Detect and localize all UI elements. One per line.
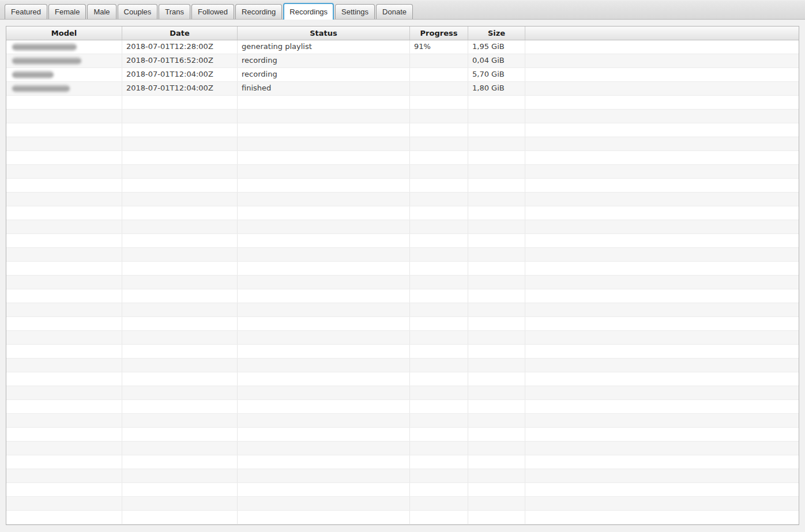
empty-cell bbox=[525, 137, 799, 150]
empty-table-row[interactable] bbox=[6, 386, 799, 400]
column-header-model[interactable]: Model bbox=[6, 27, 122, 40]
table-row[interactable]: 2018-07-01T12:04:00Zrecording5,70 GiB bbox=[6, 68, 799, 82]
empty-table-row[interactable] bbox=[6, 137, 799, 151]
empty-table-row[interactable] bbox=[6, 193, 799, 206]
empty-cell bbox=[410, 372, 468, 386]
tab-donate[interactable]: Donate bbox=[376, 4, 413, 19]
empty-cell bbox=[468, 248, 525, 261]
cell-date: 2018-07-01T12:28:00Z bbox=[122, 40, 238, 54]
column-header-size[interactable]: Size bbox=[468, 27, 525, 40]
redacted-model-name bbox=[12, 43, 77, 51]
empty-table-row[interactable] bbox=[6, 151, 799, 165]
empty-cell bbox=[6, 110, 122, 123]
empty-cell bbox=[410, 276, 468, 289]
empty-table-row[interactable] bbox=[6, 220, 799, 234]
empty-table-row[interactable] bbox=[6, 400, 799, 414]
tab-featured[interactable]: Featured bbox=[5, 4, 47, 19]
empty-table-row[interactable] bbox=[6, 372, 799, 386]
redacted-model-name bbox=[12, 71, 54, 78]
empty-cell bbox=[122, 359, 238, 372]
column-header-date[interactable]: Date bbox=[122, 27, 238, 40]
empty-cell bbox=[410, 110, 468, 123]
table-row[interactable]: 2018-07-01T12:28:00Zgenerating playlist9… bbox=[6, 40, 799, 54]
empty-table-row[interactable] bbox=[6, 511, 799, 525]
empty-cell bbox=[122, 220, 238, 233]
empty-table-row[interactable] bbox=[6, 262, 799, 276]
empty-cell bbox=[525, 511, 799, 524]
empty-table-row[interactable] bbox=[6, 345, 799, 359]
empty-cell bbox=[238, 96, 410, 109]
column-header-label: Date bbox=[170, 29, 190, 37]
empty-table-row[interactable] bbox=[6, 483, 799, 497]
empty-cell bbox=[410, 206, 468, 220]
table-row[interactable]: 2018-07-01T16:52:00Zrecording0,04 GiB bbox=[6, 54, 799, 68]
empty-cell bbox=[410, 414, 468, 427]
empty-cell bbox=[468, 414, 525, 427]
empty-table-row[interactable] bbox=[6, 317, 799, 331]
empty-cell bbox=[238, 234, 410, 247]
empty-table-row[interactable] bbox=[6, 428, 799, 442]
tab-label: Recordings bbox=[289, 7, 328, 16]
tab-female[interactable]: Female bbox=[48, 4, 86, 19]
empty-table-row[interactable] bbox=[6, 248, 799, 262]
tab-couples[interactable]: Couples bbox=[118, 4, 158, 19]
empty-table-row[interactable] bbox=[6, 96, 799, 110]
empty-cell bbox=[238, 469, 410, 482]
empty-cell bbox=[122, 137, 238, 150]
empty-table-row[interactable] bbox=[6, 455, 799, 469]
tab-bar: FeaturedFemaleMaleCouplesTransFollowedRe… bbox=[0, 0, 805, 20]
column-header-label: Model bbox=[51, 29, 77, 37]
empty-table-row[interactable] bbox=[6, 179, 799, 193]
empty-cell bbox=[525, 428, 799, 441]
table-header-row: ModelDateStatusProgressSize bbox=[6, 27, 799, 40]
empty-table-row[interactable] bbox=[6, 234, 799, 248]
empty-table-row[interactable] bbox=[6, 469, 799, 483]
column-header-status[interactable]: Status bbox=[238, 27, 410, 40]
tab-settings[interactable]: Settings bbox=[335, 4, 375, 19]
empty-cell bbox=[6, 414, 122, 427]
empty-cell bbox=[525, 359, 799, 372]
empty-table-row[interactable] bbox=[6, 331, 799, 345]
empty-cell bbox=[6, 331, 122, 344]
empty-cell bbox=[238, 345, 410, 358]
empty-cell bbox=[410, 262, 468, 275]
empty-cell bbox=[468, 331, 525, 344]
empty-cell bbox=[525, 248, 799, 261]
empty-table-row[interactable] bbox=[6, 165, 799, 179]
empty-cell bbox=[468, 345, 525, 358]
empty-table-row[interactable] bbox=[6, 110, 799, 123]
empty-cell bbox=[238, 483, 410, 496]
tab-followed[interactable]: Followed bbox=[191, 4, 234, 19]
tab-label: Settings bbox=[341, 7, 368, 16]
tab-male[interactable]: Male bbox=[87, 4, 116, 19]
empty-table-row[interactable] bbox=[6, 123, 799, 137]
empty-table-row[interactable] bbox=[6, 276, 799, 289]
tab-recordings[interactable]: Recordings bbox=[283, 3, 334, 20]
empty-table-row[interactable] bbox=[6, 497, 799, 511]
empty-table-row[interactable] bbox=[6, 442, 799, 455]
empty-cell bbox=[525, 220, 799, 233]
empty-table-row[interactable] bbox=[6, 289, 799, 303]
column-header-progress[interactable]: Progress bbox=[410, 27, 468, 40]
tab-trans[interactable]: Trans bbox=[159, 4, 190, 19]
empty-cell bbox=[122, 151, 238, 164]
empty-cell bbox=[468, 372, 525, 386]
cell-size: 1,95 GiB bbox=[468, 40, 525, 54]
table-row[interactable]: 2018-07-01T12:04:00Zfinished1,80 GiB bbox=[6, 82, 799, 96]
tab-recording[interactable]: Recording bbox=[235, 4, 282, 19]
empty-cell bbox=[410, 303, 468, 316]
empty-table-row[interactable] bbox=[6, 414, 799, 428]
empty-table-row[interactable] bbox=[6, 359, 799, 372]
empty-cell bbox=[6, 179, 122, 192]
empty-table-row[interactable] bbox=[6, 206, 799, 220]
column-header-filler bbox=[525, 27, 799, 40]
empty-cell bbox=[122, 483, 238, 496]
empty-cell bbox=[525, 151, 799, 164]
empty-table-row[interactable] bbox=[6, 303, 799, 317]
empty-cell bbox=[6, 455, 122, 469]
empty-cell bbox=[122, 469, 238, 482]
empty-cell bbox=[238, 137, 410, 150]
empty-cell bbox=[525, 110, 799, 123]
empty-cell bbox=[468, 179, 525, 192]
tab-label: Male bbox=[93, 7, 110, 16]
